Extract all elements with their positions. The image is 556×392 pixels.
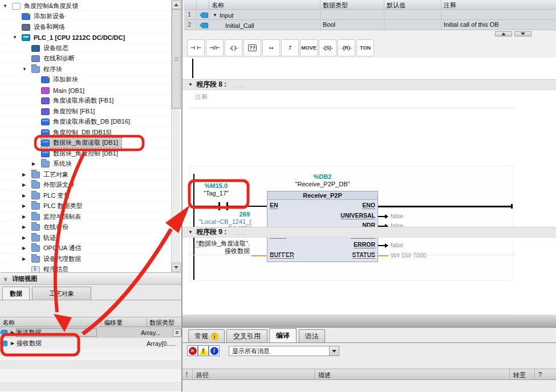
tree-item-plc-tags[interactable]: PLC 变量 xyxy=(0,191,171,201)
insert-set-coil-button[interactable]: -(S)- xyxy=(319,39,336,56)
network-9-title-bar[interactable]: 程序段 9 : ..... xyxy=(182,227,556,238)
tab-general[interactable]: 常规 i xyxy=(188,329,225,342)
expand-arrow-icon[interactable] xyxy=(22,182,31,187)
insert-nc-contact-button[interactable]: ⊣/⊢ xyxy=(206,39,224,56)
insert-move-button[interactable]: MOVE xyxy=(300,39,318,56)
block-interface-table: 名称 数据类型 默认值 注释 1 Input 2 Initial_Call Bo… xyxy=(184,0,556,30)
tab-data[interactable]: 数据 xyxy=(2,287,30,300)
dropdown-button[interactable] xyxy=(329,346,339,356)
contact-symbol[interactable] xyxy=(218,202,220,210)
interface-row-initial-call[interactable]: 2 Initial_Call Bool Initial call of this… xyxy=(184,20,556,30)
tab-syntax[interactable]: 语法 xyxy=(299,329,325,342)
tree-scrollbar[interactable] xyxy=(171,0,180,272)
left-panel: 角度控制&角度反馈 添加新设备 设备和网络 PLC_1 [CPU 1212C D… xyxy=(0,0,182,392)
tree-item-plc1[interactable]: PLC_1 [CPU 1212C DC/DC/DC] xyxy=(0,32,171,43)
collapse-arrow-icon[interactable] xyxy=(22,67,31,72)
tree-item-program-blocks[interactable]: 程序块 xyxy=(0,64,171,75)
tree-item-add-new-block[interactable]: 添加新块 xyxy=(0,75,171,85)
tree-item-add-new-device[interactable]: 添加新设备 xyxy=(0,11,171,22)
array-detail-button[interactable]: ≣ xyxy=(173,329,181,337)
port-hw-id[interactable]: 269 xyxy=(190,211,250,218)
tree-item-fb-control[interactable]: 角度控制 [FB1] xyxy=(0,107,171,117)
insert-no-contact-button[interactable]: ⊣ ⊢ xyxy=(187,39,205,56)
collapse-arrow-icon[interactable] xyxy=(188,82,196,87)
collapse-arrow-icon[interactable] xyxy=(3,3,12,9)
interface-row-input[interactable]: 1 Input xyxy=(184,10,556,20)
expand-arrow-icon[interactable] xyxy=(22,193,31,198)
expand-arrow-icon[interactable] xyxy=(22,172,31,177)
tree-item-device-config[interactable]: 设备组态 xyxy=(0,43,171,54)
insert-empty-box-button[interactable]: ?? xyxy=(243,39,261,56)
splitter-down-button[interactable] xyxy=(514,31,531,36)
tree-item-db16[interactable]: 角度读取库函数_DB [DB16] xyxy=(0,117,171,127)
tab-cross-references[interactable]: 交叉引用 xyxy=(226,329,267,342)
tree-item-system-blocks[interactable]: 系统块 xyxy=(0,159,171,169)
tree-item-db1-control[interactable]: 数据块_角度控制 [DB1] xyxy=(0,149,171,159)
splitter-up-button[interactable] xyxy=(495,31,512,36)
tree-item-technology-objects[interactable]: 工艺对象 xyxy=(0,170,171,180)
contact-tag[interactable]: "Tag_17" xyxy=(193,190,239,197)
tree-item-traces[interactable]: 轨迹 xyxy=(0,233,171,243)
tab-technology-objects[interactable]: 工艺对象 xyxy=(32,287,91,300)
tree-item-online-diagnostics[interactable]: 在线和诊断 xyxy=(0,54,171,64)
db-block-icon xyxy=(41,119,50,125)
tree-item-program-info[interactable]: 程序信息 xyxy=(0,264,171,272)
expand-arrow-icon[interactable] xyxy=(9,341,17,346)
db-name[interactable]: "Receive_P2P_DB" xyxy=(267,181,378,187)
tree-item-device-proxy[interactable]: 设备代理数据 xyxy=(0,254,171,264)
scrollbar-thumb[interactable] xyxy=(172,9,181,109)
expand-arrow-icon[interactable] xyxy=(32,161,41,166)
insert-ton-timer-button[interactable]: TON xyxy=(356,39,374,56)
panel-splitter[interactable] xyxy=(182,315,556,328)
expand-arrow-icon[interactable] xyxy=(22,214,31,219)
collapse-arrow-icon[interactable] xyxy=(213,13,217,18)
diagnostics-icon xyxy=(31,55,40,62)
empty-rows xyxy=(0,349,181,392)
port-operand-line1[interactable]: "Local~CB_1241_( xyxy=(190,218,251,225)
show-warnings-toggle[interactable] xyxy=(198,345,209,356)
network-8-title-bar[interactable]: 程序段 8 : ..... xyxy=(182,79,556,90)
tree-item-devices-networks[interactable]: 设备和网络 xyxy=(0,22,171,32)
declaration-icon xyxy=(200,23,208,28)
tab-compile[interactable]: 编译 xyxy=(269,328,297,342)
insert-coil-button[interactable]: -( )- xyxy=(225,39,242,56)
selected-tree-item: 数据块_角度读取 [DB1] xyxy=(41,138,121,148)
expand-arrow-icon[interactable] xyxy=(22,203,31,209)
collapse-chevron-icon[interactable]: ∨ xyxy=(3,276,7,282)
tree-item-external-sources[interactable]: 外部源文件 xyxy=(0,180,171,190)
expand-arrow-icon[interactable] xyxy=(22,256,31,262)
warning-icon xyxy=(199,347,208,355)
expand-arrow-icon[interactable] xyxy=(22,224,31,230)
folder-icon xyxy=(31,193,40,199)
tree-item-fb-read[interactable]: 角度读取库函数 [FB1] xyxy=(0,96,171,106)
network-9-comment[interactable]: 注释 xyxy=(195,241,208,250)
tree-item-main-ob1[interactable]: Main [OB1] xyxy=(0,85,171,96)
message-filter-dropdown[interactable]: 显示所有消息 xyxy=(229,346,339,356)
open-branch-button[interactable]: ↦ xyxy=(262,39,280,56)
tree-item-opc-ua[interactable]: OPC UA 通信 xyxy=(0,243,171,254)
network-8-comment[interactable]: 注释 xyxy=(195,93,208,101)
show-errors-toggle[interactable]: ✕ xyxy=(187,345,198,356)
collapse-arrow-icon[interactable] xyxy=(13,35,22,40)
insert-reset-coil-button[interactable]: -(R)- xyxy=(338,39,355,56)
tree-item-online-backups[interactable]: 在线备份 xyxy=(0,222,171,232)
tree-item-db15[interactable]: 角度控制_DB [DB15] xyxy=(0,128,171,138)
contact-address[interactable]: %M15.0 xyxy=(193,182,239,189)
scroll-down-button[interactable] xyxy=(172,263,181,272)
tree-item-project-root[interactable]: 角度控制&角度反馈 xyxy=(0,1,171,11)
scroll-up-button[interactable] xyxy=(172,0,181,9)
tree-item-plc-data-types[interactable]: PLC 数据类型 xyxy=(0,201,171,211)
tree-item-watch-tables[interactable]: 监控与强制表 xyxy=(0,212,171,222)
close-branch-button[interactable]: ⤴ xyxy=(281,39,299,56)
expand-arrow-icon[interactable] xyxy=(22,235,31,240)
fb-block-icon xyxy=(41,97,50,104)
db-address[interactable]: %DB2 xyxy=(267,173,378,180)
detail-view-header[interactable]: ∨ 详细视图 xyxy=(0,272,181,285)
collapse-arrow-icon[interactable] xyxy=(188,230,196,235)
detail-row-receive-data[interactable]: 接收数据 Array[0..... xyxy=(0,338,181,349)
tree-item-db1-read[interactable]: 数据块_角度读取 [DB1] xyxy=(0,138,171,148)
expand-arrow-icon[interactable] xyxy=(9,330,16,335)
detail-row-send-data[interactable]: 发送数据 Array... ≣ xyxy=(0,327,181,338)
expand-arrow-icon[interactable] xyxy=(22,246,31,251)
show-info-toggle[interactable]: i xyxy=(209,345,220,356)
